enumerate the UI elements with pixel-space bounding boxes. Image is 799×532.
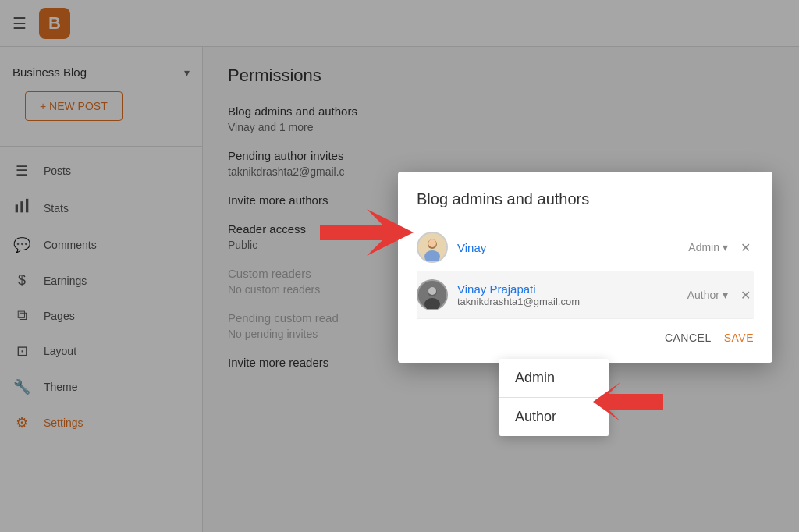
remove-user-vinay-admin[interactable]: ✕: [737, 237, 754, 258]
arrow-indicator-2: [593, 382, 663, 424]
svg-marker-3: [320, 209, 414, 256]
arrow-indicator-1: [320, 209, 414, 259]
dialog-blog-admins: Blog admins and authors Vinay Admin ▾ ✕: [398, 172, 772, 363]
svg-point-7: [428, 239, 436, 247]
user-row-vinay-prajapati: Vinay Prajapati taknikdrashta1@gmail.com…: [417, 271, 754, 319]
dialog-title: Blog admins and authors: [417, 190, 754, 208]
role-selector-admin[interactable]: Admin ▾: [688, 241, 728, 254]
dialog-actions: CANCEL SAVE: [417, 319, 754, 344]
cancel-button[interactable]: CANCEL: [665, 332, 712, 344]
user-info-vinay-prajapati: Vinay Prajapati taknikdrashta1@gmail.com: [457, 282, 678, 307]
user-info-vinay: Vinay: [457, 241, 679, 254]
svg-point-11: [428, 287, 436, 295]
save-button[interactable]: SAVE: [724, 332, 754, 344]
role-label-author: Author: [687, 289, 719, 301]
role-label-admin: Admin: [688, 241, 719, 254]
remove-user-vinay-prajapati[interactable]: ✕: [737, 285, 754, 306]
role-selector-author[interactable]: Author ▾: [687, 289, 728, 301]
role-dropdown-menu: Admin Author: [499, 359, 609, 436]
user-name-vinay-prajapati[interactable]: Vinay Prajapati: [457, 282, 678, 296]
role-dropdown-arrow: ▾: [723, 241, 728, 254]
user-email-vinay-prajapati: taknikdrashta1@gmail.com: [457, 296, 678, 307]
user-row-vinay-admin: Vinay Admin ▾ ✕: [417, 224, 754, 271]
role-dropdown-arrow-author: ▾: [723, 289, 728, 301]
user-name-vinay[interactable]: Vinay: [457, 241, 679, 254]
dropdown-item-admin[interactable]: Admin: [499, 359, 609, 397]
avatar-vinay-admin: [417, 232, 448, 263]
dropdown-item-author[interactable]: Author: [499, 398, 609, 436]
avatar-vinay-prajapati: [417, 279, 448, 310]
svg-marker-12: [593, 382, 663, 421]
